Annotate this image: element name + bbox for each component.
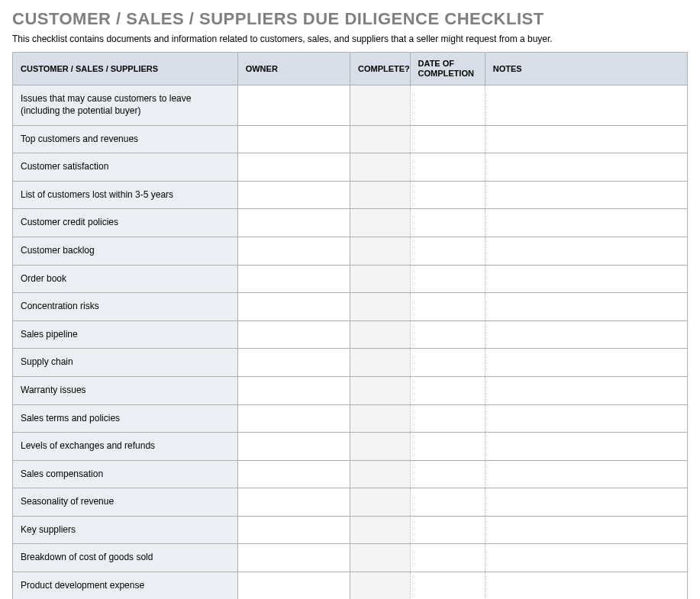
cell-date[interactable]: [410, 85, 485, 125]
cell-notes[interactable]: [485, 404, 687, 433]
page-subtitle: This checklist contains documents and in…: [12, 34, 688, 44]
table-row: Sales pipeline: [13, 320, 688, 349]
column-header-date: DATE OF COMPLETION: [410, 53, 485, 85]
cell-item: Customer backlog: [13, 237, 238, 265]
cell-notes[interactable]: [485, 516, 687, 544]
cell-owner[interactable]: [237, 265, 350, 293]
cell-item: Sales compensation: [13, 460, 238, 488]
cell-date[interactable]: [410, 237, 485, 265]
cell-date[interactable]: [410, 125, 485, 153]
cell-date[interactable]: [410, 572, 485, 599]
cell-date[interactable]: [410, 488, 485, 517]
cell-complete[interactable]: [350, 125, 410, 153]
cell-owner[interactable]: [237, 572, 350, 599]
cell-notes[interactable]: [485, 293, 687, 321]
cell-complete[interactable]: [350, 516, 410, 544]
cell-owner[interactable]: [237, 376, 350, 404]
cell-notes[interactable]: [485, 209, 687, 237]
cell-date[interactable]: [410, 460, 485, 488]
cell-owner[interactable]: [237, 460, 350, 488]
cell-complete[interactable]: [350, 265, 410, 293]
cell-complete[interactable]: [350, 237, 410, 265]
cell-notes[interactable]: [485, 320, 687, 349]
cell-item: Issues that may cause customers to leave…: [13, 85, 238, 125]
table-row: Customer credit policies: [13, 209, 688, 237]
cell-owner[interactable]: [237, 125, 350, 153]
cell-notes[interactable]: [485, 572, 687, 599]
cell-owner[interactable]: [237, 349, 350, 377]
cell-notes[interactable]: [485, 125, 687, 153]
column-header-complete: COMPLETE?: [350, 53, 410, 85]
cell-date[interactable]: [410, 153, 485, 182]
cell-owner[interactable]: [237, 153, 350, 182]
cell-date[interactable]: [410, 293, 485, 321]
column-header-notes: NOTES: [485, 53, 687, 85]
cell-complete[interactable]: [350, 153, 410, 182]
cell-owner[interactable]: [237, 544, 350, 572]
cell-date[interactable]: [410, 433, 485, 461]
cell-complete[interactable]: [350, 404, 410, 433]
cell-notes[interactable]: [485, 237, 687, 265]
cell-owner[interactable]: [237, 320, 350, 349]
cell-notes[interactable]: [485, 544, 687, 572]
cell-notes[interactable]: [485, 349, 687, 377]
cell-date[interactable]: [410, 209, 485, 237]
cell-date[interactable]: [410, 376, 485, 404]
table-row: Levels of exchanges and refunds: [13, 433, 688, 461]
cell-owner[interactable]: [237, 293, 350, 321]
cell-item: Seasonality of revenue: [13, 488, 238, 517]
cell-date[interactable]: [410, 516, 485, 544]
cell-notes[interactable]: [485, 265, 687, 293]
cell-notes[interactable]: [485, 460, 687, 488]
cell-complete[interactable]: [350, 488, 410, 517]
table-row: Customer satisfaction: [13, 153, 688, 182]
cell-complete[interactable]: [350, 572, 410, 599]
table-row: Supply chain: [13, 349, 688, 377]
cell-notes[interactable]: [485, 153, 687, 182]
cell-owner[interactable]: [237, 181, 350, 209]
cell-owner[interactable]: [237, 433, 350, 461]
cell-owner[interactable]: [237, 209, 350, 237]
table-row: Customer backlog: [13, 237, 688, 265]
cell-owner[interactable]: [237, 404, 350, 433]
cell-complete[interactable]: [350, 376, 410, 404]
cell-item: Customer credit policies: [13, 209, 238, 237]
cell-complete[interactable]: [350, 181, 410, 209]
cell-notes[interactable]: [485, 181, 687, 209]
cell-notes[interactable]: [485, 85, 687, 125]
cell-item: Key suppliers: [13, 516, 238, 544]
table-header-row: CUSTOMER / SALES / SUPPLIERS OWNER COMPL…: [13, 53, 688, 85]
column-header-owner: OWNER: [237, 53, 350, 85]
cell-item: Breakdown of cost of goods sold: [13, 544, 238, 572]
cell-complete[interactable]: [350, 460, 410, 488]
cell-complete[interactable]: [350, 209, 410, 237]
cell-item: Levels of exchanges and refunds: [13, 433, 238, 461]
cell-item: Order book: [13, 265, 238, 293]
cell-date[interactable]: [410, 320, 485, 349]
cell-date[interactable]: [410, 404, 485, 433]
cell-notes[interactable]: [485, 376, 687, 404]
cell-owner[interactable]: [237, 488, 350, 517]
cell-item: Top customers and revenues: [13, 125, 238, 153]
table-row: Sales terms and policies: [13, 404, 688, 433]
cell-complete[interactable]: [350, 433, 410, 461]
cell-owner[interactable]: [237, 85, 350, 125]
table-row: Sales compensation: [13, 460, 688, 488]
table-row: Warranty issues: [13, 376, 688, 404]
cell-complete[interactable]: [350, 544, 410, 572]
cell-notes[interactable]: [485, 488, 687, 517]
cell-item: Supply chain: [13, 349, 238, 377]
cell-notes[interactable]: [485, 433, 687, 461]
cell-complete[interactable]: [350, 349, 410, 377]
cell-complete[interactable]: [350, 293, 410, 321]
cell-date[interactable]: [410, 181, 485, 209]
cell-date[interactable]: [410, 544, 485, 572]
cell-item: List of customers lost within 3-5 years: [13, 181, 238, 209]
table-row: Issues that may cause customers to leave…: [13, 85, 688, 125]
cell-complete[interactable]: [350, 320, 410, 349]
cell-complete[interactable]: [350, 85, 410, 125]
cell-date[interactable]: [410, 349, 485, 377]
cell-date[interactable]: [410, 265, 485, 293]
cell-owner[interactable]: [237, 237, 350, 265]
cell-owner[interactable]: [237, 516, 350, 544]
